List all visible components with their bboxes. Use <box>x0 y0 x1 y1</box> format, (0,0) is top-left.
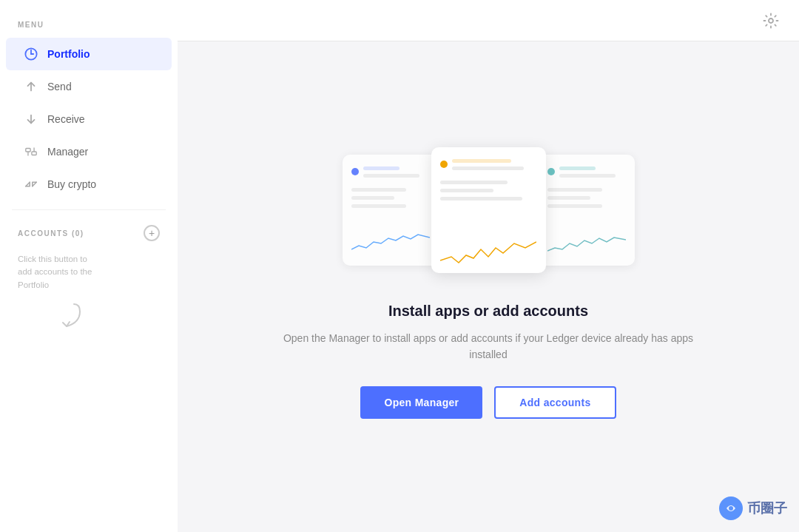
card-right-header <box>547 166 626 178</box>
action-buttons: Open Manager Add accounts <box>360 386 616 419</box>
card-center-lines <box>452 159 537 170</box>
card-center-chart <box>440 235 537 264</box>
sidebar-item-receive[interactable]: Receive <box>6 103 172 135</box>
illustration-card-left <box>343 155 439 266</box>
watermark: 币圈子 <box>719 496 787 520</box>
open-manager-button[interactable]: Open Manager <box>360 386 482 419</box>
accounts-hint: Click this button to add accounts to the… <box>0 247 118 297</box>
svg-rect-6 <box>32 152 36 155</box>
accounts-section-header: ACCOUNTS (0) + <box>0 219 178 247</box>
accounts-label: ACCOUNTS (0) <box>18 229 84 238</box>
main-header <box>178 0 799 41</box>
card-center-dot <box>440 161 448 168</box>
svg-line-9 <box>26 182 30 186</box>
svg-line-10 <box>33 182 36 186</box>
card-right-chart <box>547 227 626 257</box>
card-right-lines <box>559 166 626 178</box>
sidebar-item-buycrypto[interactable]: Buy crypto <box>6 168 172 201</box>
install-title: Install apps or add accounts <box>388 303 588 320</box>
illustration-card-center <box>431 147 546 273</box>
sidebar-item-send[interactable]: Send <box>6 70 172 103</box>
svg-point-11 <box>769 18 773 23</box>
send-label: Send <box>47 81 72 92</box>
card-left-lines <box>363 166 430 178</box>
add-accounts-button[interactable]: Add accounts <box>494 386 616 419</box>
receive-icon <box>24 112 38 127</box>
main-page-content: Install apps or add accounts Open the Ma… <box>178 41 799 532</box>
illustration-cards <box>343 155 635 273</box>
send-icon <box>24 79 38 94</box>
watermark-logo-icon <box>719 496 743 520</box>
card-left-header <box>351 166 430 178</box>
buycrypto-icon <box>24 177 38 192</box>
buycrypto-label: Buy crypto <box>47 178 96 190</box>
watermark-text: 币圈子 <box>747 499 787 517</box>
svg-point-13 <box>729 506 733 511</box>
card-center-header <box>440 159 537 170</box>
svg-rect-5 <box>26 149 30 152</box>
portfolio-icon <box>24 47 38 61</box>
sidebar-item-manager[interactable]: Manager <box>6 135 172 168</box>
card-right-dot <box>547 168 555 175</box>
portfolio-label: Portfolio <box>47 48 90 60</box>
menu-section-label: MENU <box>0 21 178 38</box>
install-description: Open the Manager to install apps or add … <box>281 330 695 363</box>
sidebar: MENU Portfolio Send Receiv <box>0 0 178 532</box>
sidebar-divider <box>12 209 166 210</box>
settings-icon[interactable] <box>761 10 781 31</box>
card-left-chart <box>351 227 430 257</box>
arrow-hint-icon <box>0 297 178 337</box>
sidebar-item-portfolio[interactable]: Portfolio <box>6 38 172 70</box>
add-account-button[interactable]: + <box>144 225 160 241</box>
card-left-dot <box>351 168 359 175</box>
manager-label: Manager <box>47 146 88 158</box>
illustration-card-right <box>539 155 635 266</box>
manager-icon <box>24 144 38 159</box>
receive-label: Receive <box>47 113 85 125</box>
main-content-area: Install apps or add accounts Open the Ma… <box>178 0 799 532</box>
